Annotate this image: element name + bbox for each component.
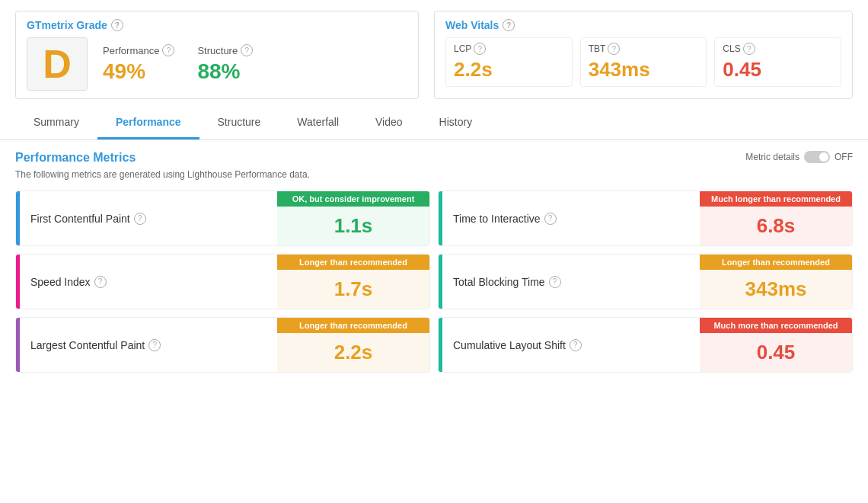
structure-label: Structure ? xyxy=(197,44,253,56)
result-badge: Longer than recommended xyxy=(700,255,852,270)
metric-help-icon[interactable]: ? xyxy=(570,339,582,351)
result-value: 0.45 xyxy=(757,341,796,364)
metric-help-icon[interactable]: ? xyxy=(148,339,161,351)
performance-label: Performance ? xyxy=(103,44,174,56)
cls-vital: CLS ? 0.45 xyxy=(714,37,841,87)
metric-card: Largest Contentful Paint ? Longer than r… xyxy=(15,317,430,373)
tbt-label: TBT ? xyxy=(589,43,699,55)
tbt-vital: TBT ? 343ms xyxy=(580,37,707,87)
metric-card: Total Blocking Time ? Longer than recomm… xyxy=(438,254,853,309)
tab-structure[interactable]: Structure xyxy=(199,107,279,139)
web-vitals-title-text: Web Vitals xyxy=(445,19,499,31)
tbt-help-icon[interactable]: ? xyxy=(608,43,620,55)
tab-history[interactable]: History xyxy=(421,107,491,139)
tab-performance[interactable]: Performance xyxy=(97,107,199,139)
result-badge: Much longer than recommended xyxy=(700,191,852,207)
web-vitals-section: Web Vitals ? LCP ? 2.2s TBT ? 343ms CL xyxy=(434,11,853,99)
cls-help-icon[interactable]: ? xyxy=(743,43,755,55)
tbt-value: 343ms xyxy=(589,58,699,82)
vitals-content: LCP ? 2.2s TBT ? 343ms CLS ? 0.45 xyxy=(445,37,841,87)
lcp-vital: LCP ? 2.2s xyxy=(445,37,573,87)
result-badge: OK, but consider improvement xyxy=(277,191,429,207)
metric-result: Longer than recommended 343ms xyxy=(700,255,852,309)
metric-name: Largest Contentful Paint ? xyxy=(30,339,161,351)
metric-name: Speed Index ? xyxy=(30,276,107,288)
metric-info: Largest Contentful Paint ? xyxy=(20,318,277,372)
metric-help-icon[interactable]: ? xyxy=(544,213,557,225)
metric-info: Cumulative Layout Shift ? xyxy=(442,318,700,372)
result-value: 1.1s xyxy=(334,214,373,238)
metric-card: Speed Index ? Longer than recommended 1.… xyxy=(15,254,430,309)
result-badge: Much more than recommended xyxy=(700,318,852,333)
metrics-section: Performance Metrics The following metric… xyxy=(0,140,868,383)
performance-help-icon[interactable]: ? xyxy=(162,44,174,56)
tab-video[interactable]: Video xyxy=(357,107,421,139)
metrics-subtitle: The following metrics are generated usin… xyxy=(15,169,310,180)
grade-metrics: Performance ? 49% Structure ? 88% xyxy=(103,44,253,84)
metric-card: Time to Interactive ? Much longer than r… xyxy=(438,191,853,246)
lcp-label: LCP ? xyxy=(454,43,564,55)
metrics-grid: First Contentful Paint ? OK, but conside… xyxy=(15,191,853,373)
metric-help-icon[interactable]: ? xyxy=(549,276,561,288)
tabs-container: Summary Performance Structure Waterfall … xyxy=(0,107,868,140)
gtmetrix-grade-section: GTmetrix Grade ? D Performance ? 49% Str… xyxy=(15,11,419,99)
toggle-switch[interactable] xyxy=(804,151,830,163)
result-badge: Longer than recommended xyxy=(277,318,429,333)
web-vitals-title: Web Vitals ? xyxy=(445,19,841,31)
structure-help-icon[interactable]: ? xyxy=(241,44,253,56)
metric-result: Longer than recommended 1.7s xyxy=(277,255,429,309)
tab-summary[interactable]: Summary xyxy=(15,107,97,139)
metric-name: Time to Interactive ? xyxy=(453,213,557,225)
metrics-header: Performance Metrics The following metric… xyxy=(15,151,853,191)
result-value-area: 343ms xyxy=(700,270,852,309)
metric-info: First Contentful Paint ? xyxy=(20,191,277,245)
result-value: 6.8s xyxy=(757,214,796,238)
metric-card: First Contentful Paint ? OK, but conside… xyxy=(15,191,430,246)
result-value-area: 2.2s xyxy=(277,333,429,372)
metric-toggle: Metric details OFF xyxy=(745,151,853,163)
grade-letter: D xyxy=(27,37,88,91)
web-vitals-help-icon[interactable]: ? xyxy=(503,19,515,31)
grade-content: D Performance ? 49% Structure ? 88% xyxy=(27,37,407,91)
metric-result: Longer than recommended 2.2s xyxy=(277,318,429,372)
metric-details-label: Metric details xyxy=(745,152,799,162)
gtmetrix-grade-title: GTmetrix Grade ? xyxy=(27,19,407,31)
result-value: 1.7s xyxy=(334,277,373,301)
result-value: 2.2s xyxy=(334,341,373,364)
metric-card: Cumulative Layout Shift ? Much more than… xyxy=(438,317,853,373)
metric-help-icon[interactable]: ? xyxy=(134,213,146,225)
structure-value: 88% xyxy=(197,59,253,84)
performance-metric: Performance ? 49% xyxy=(103,44,174,84)
metrics-header-left: Performance Metrics The following metric… xyxy=(15,151,310,191)
gtmetrix-title-text: GTmetrix Grade xyxy=(27,19,107,31)
result-value-area: 1.1s xyxy=(277,207,429,245)
metric-result: Much longer than recommended 6.8s xyxy=(700,191,852,245)
tab-waterfall[interactable]: Waterfall xyxy=(279,107,357,139)
result-badge: Longer than recommended xyxy=(277,255,429,270)
toggle-label: OFF xyxy=(834,152,853,162)
structure-metric: Structure ? 88% xyxy=(197,44,253,84)
metric-info: Time to Interactive ? xyxy=(442,191,700,245)
metric-result: Much more than recommended 0.45 xyxy=(700,318,852,372)
performance-value: 49% xyxy=(103,59,174,84)
metric-name: First Contentful Paint ? xyxy=(30,213,146,225)
result-value-area: 0.45 xyxy=(700,333,852,372)
gtmetrix-help-icon[interactable]: ? xyxy=(111,19,123,31)
cls-value: 0.45 xyxy=(723,58,833,82)
metric-name: Total Blocking Time ? xyxy=(453,276,561,288)
metric-result: OK, but consider improvement 1.1s xyxy=(277,191,429,245)
result-value-area: 6.8s xyxy=(700,207,852,245)
metrics-title: Performance Metrics xyxy=(15,151,310,165)
result-value: 343ms xyxy=(745,277,807,301)
metric-info: Total Blocking Time ? xyxy=(442,255,700,309)
cls-label: CLS ? xyxy=(723,43,833,55)
result-value-area: 1.7s xyxy=(277,270,429,309)
metric-help-icon[interactable]: ? xyxy=(94,276,107,288)
metric-info: Speed Index ? xyxy=(20,255,277,309)
lcp-help-icon[interactable]: ? xyxy=(474,43,486,55)
metric-name: Cumulative Layout Shift ? xyxy=(453,339,582,351)
lcp-value: 2.2s xyxy=(454,58,564,82)
